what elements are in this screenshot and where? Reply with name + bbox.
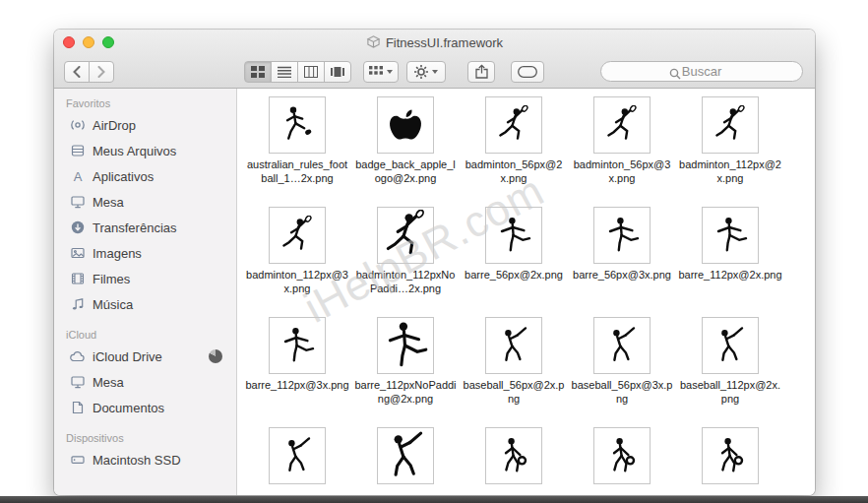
sidebar-item-icloud-drive[interactable]: iCloud Drive (54, 344, 236, 369)
documents-icon (69, 400, 86, 416)
sidebar-item-documentos[interactable]: Documentos (54, 395, 236, 420)
file-item[interactable] (568, 427, 676, 488)
file-item[interactable]: barre_112pxNoPadding@2x.png (351, 317, 460, 406)
sidebar-section-header-dispositivos: Dispositivos (54, 429, 236, 447)
file-item[interactable]: badminton_56px@2x.png (460, 96, 568, 185)
sidebar-item-imagens[interactable]: Imagens (54, 240, 236, 266)
sidebar-item-label: Mesa (93, 375, 124, 390)
file-item[interactable]: barre_56px@3x.png (568, 207, 676, 295)
barre-thumbnail (485, 207, 542, 264)
toolbar (54, 55, 815, 88)
coverflow-view-button[interactable] (324, 61, 351, 83)
window-title: FitnessUI.framework (386, 35, 503, 50)
sidebar-item-label: Transferências (93, 220, 177, 235)
back-button[interactable] (64, 61, 90, 83)
sidebar-item-airdrop[interactable]: AirDrop (54, 112, 236, 138)
file-item[interactable]: australian_rules_football_1…2x.png (243, 96, 351, 185)
sidebar-item-label: Aplicativos (93, 169, 154, 184)
sidebar-item-label: Filmes (93, 272, 130, 286)
column-view-button[interactable] (297, 61, 325, 83)
file-name: badminton_112px@2x.png (678, 157, 782, 185)
file-item[interactable]: baseball_56px@3x.png (568, 317, 676, 406)
file-item[interactable]: badminton_112px@3x.png (243, 207, 351, 295)
file-item[interactable]: baseball_56px@2x.png (460, 317, 568, 406)
icloud-icon (69, 348, 86, 365)
baseball-thumbnail (269, 427, 326, 484)
forward-button[interactable] (89, 61, 114, 83)
list-view-icon (278, 66, 291, 78)
baseball-thumbnail (485, 317, 542, 374)
pictures-icon (69, 245, 86, 262)
sidebar-section-header-icloud: iCloud (54, 326, 236, 344)
desktop-icon (69, 194, 86, 211)
icon-view-button[interactable] (244, 61, 272, 83)
caret-down-icon (432, 70, 438, 74)
file-name: badge_back_apple_logo@2x.png (353, 157, 458, 185)
sidebar-item-mesa[interactable]: Mesa (54, 369, 236, 395)
file-name: barre_112px@2x.png (678, 268, 781, 282)
badminton-thumbnail (377, 207, 434, 264)
file-item[interactable]: barre_112px@2x.png (676, 207, 784, 295)
title-bar[interactable]: FitnessUI.framework (54, 30, 815, 55)
sidebar-section-header-favoritos: Favoritos (54, 94, 236, 112)
baseball-thumbnail (593, 317, 651, 374)
chevron-left-icon (73, 66, 81, 78)
file-item[interactable] (676, 427, 784, 488)
sidebar-item-macintosh-ssd[interactable]: Macintosh SSD (54, 447, 236, 472)
sidebar-item-label: Meus Arquivos (93, 144, 176, 158)
barre-thumbnail (269, 317, 326, 374)
window-controls (63, 36, 114, 48)
coverflow-view-icon (331, 66, 344, 78)
group-by-button[interactable] (363, 61, 399, 83)
sidebar-item-label: Música (93, 297, 133, 312)
share-button[interactable] (467, 61, 495, 83)
barre-thumbnail (593, 207, 651, 264)
gear-icon (414, 65, 428, 79)
sidebar-item-aplicativos[interactable]: AAplicativos (54, 163, 236, 189)
file-name: badminton_112pxNoPaddi…2x.png (353, 268, 458, 295)
airdrop-icon (69, 117, 86, 134)
edit-tags-button[interactable] (511, 61, 544, 83)
baseball-thumbnail (377, 427, 434, 484)
barre-thumbnail (377, 317, 434, 374)
basketball-thumbnail (702, 427, 759, 484)
close-button[interactable] (63, 36, 75, 48)
group-icon (369, 66, 383, 78)
applications-icon: A (69, 168, 86, 185)
sidebar-item-label: Macintosh SSD (93, 453, 181, 468)
chevron-right-icon (97, 66, 105, 78)
badminton-thumbnail (485, 96, 542, 154)
file-item[interactable]: barre_56px@2x.png (460, 207, 568, 295)
sidebar-item-meus-arquivos[interactable]: Meus Arquivos (54, 138, 236, 163)
sidebar-item-label: Mesa (93, 195, 124, 210)
file-item[interactable] (351, 427, 460, 488)
background-window-edge (0, 496, 868, 503)
file-item[interactable]: badminton_56px@3x.png (568, 96, 676, 185)
file-name: barre_56px@3x.png (573, 268, 671, 282)
file-item[interactable]: barre_112px@3x.png (243, 317, 351, 406)
minimize-button[interactable] (83, 36, 94, 48)
file-browser[interactable]: australian_rules_football_1…2x.pngbadge_… (237, 89, 815, 495)
file-item[interactable]: badminton_112pxNoPaddi…2x.png (351, 207, 460, 295)
list-view-button[interactable] (271, 61, 298, 83)
action-menu-button[interactable] (406, 61, 446, 83)
framework-proxy-icon (366, 34, 381, 51)
desktop-icon (69, 374, 86, 391)
share-icon (475, 64, 488, 79)
file-item[interactable] (460, 427, 568, 488)
sidebar-item-transferencias[interactable]: Transferências (54, 215, 236, 240)
zoom-button[interactable] (102, 36, 114, 48)
file-item[interactable]: badminton_112px@2x.png (676, 96, 784, 185)
file-item[interactable]: baseball_112px@2x.png (676, 317, 784, 406)
sidebar-item-musica[interactable]: Música (54, 291, 236, 317)
caret-down-icon (387, 70, 393, 74)
file-name: badminton_112px@3x.png (245, 268, 349, 295)
file-item[interactable]: badge_back_apple_logo@2x.png (351, 96, 460, 185)
file-name: baseball_112px@2x.png (678, 378, 782, 406)
file-item[interactable] (243, 427, 351, 488)
sidebar-item-mesa[interactable]: Mesa (54, 189, 236, 215)
search-input[interactable] (601, 62, 802, 81)
window-chrome: FitnessUI.framework (54, 30, 815, 89)
search-field[interactable] (600, 61, 803, 82)
sidebar-item-filmes[interactable]: Filmes (54, 266, 236, 291)
